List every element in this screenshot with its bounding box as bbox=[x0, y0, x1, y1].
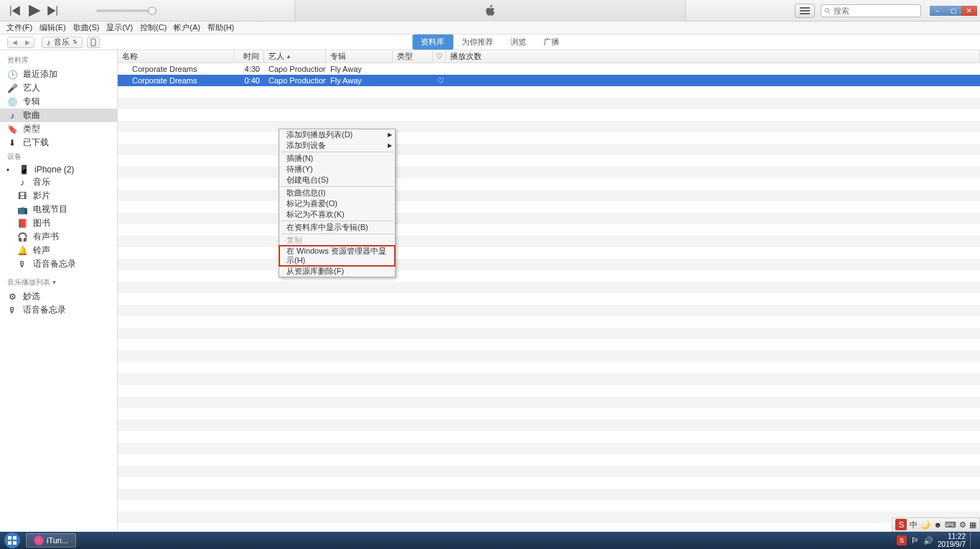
sidebar-item-label: 语音备忘录 bbox=[23, 304, 66, 316]
list-view-button[interactable] bbox=[795, 4, 815, 18]
bell-icon: 🔔 bbox=[17, 246, 27, 256]
clock-time: 11:22 bbox=[938, 532, 966, 540]
tray-clock[interactable]: 11:22 2019/9/7 bbox=[938, 532, 966, 548]
track-row bbox=[118, 351, 980, 362]
track-row bbox=[118, 512, 980, 523]
maximize-button[interactable]: ▢ bbox=[946, 6, 961, 16]
sidebar-item-movies[interactable]: 🎞影片 bbox=[0, 189, 117, 203]
context-menu-item[interactable]: 待播(Y) bbox=[279, 164, 395, 175]
sidebar-item-voice-memos2[interactable]: 🎙语音备忘录 bbox=[0, 303, 117, 317]
sidebar-item-ringtones[interactable]: 🔔铃声 bbox=[0, 244, 117, 257]
sidebar-item-music[interactable]: ♪音乐 bbox=[0, 175, 117, 189]
next-button[interactable] bbox=[46, 4, 59, 17]
menu-help[interactable]: 帮助(H) bbox=[204, 22, 238, 33]
context-menu-item[interactable]: 添加到设备▶ bbox=[279, 140, 395, 151]
sidebar-header-playlists[interactable]: 音乐播放列表 ▾ bbox=[0, 275, 117, 290]
menu-account[interactable]: 帐户(A) bbox=[170, 22, 204, 33]
track-row[interactable]: Corporate Dreams4:30Capo ProductionsFly … bbox=[118, 63, 980, 75]
column-heart[interactable]: ♡ bbox=[433, 50, 446, 63]
sidebar-item-recent[interactable]: 🕓最近添加 bbox=[0, 68, 117, 81]
start-button[interactable] bbox=[0, 532, 24, 549]
note-icon: ♪ bbox=[47, 38, 51, 47]
menu-control[interactable]: 控制(C) bbox=[136, 22, 170, 33]
sidebar-item-iphone[interactable]: ▾📱iPhone (2) bbox=[0, 164, 117, 175]
nav-forward-button[interactable]: ▶ bbox=[21, 37, 34, 47]
tray-speaker-icon[interactable]: 🔊 bbox=[923, 536, 933, 545]
menu-edit[interactable]: 编辑(E) bbox=[36, 22, 70, 33]
sidebar-item-books[interactable]: 📕图书 bbox=[0, 216, 117, 230]
volume-slider[interactable] bbox=[96, 9, 154, 12]
tab-browse[interactable]: 浏览 bbox=[502, 34, 535, 50]
context-menu-item[interactable]: 创建电台(S) bbox=[279, 175, 395, 185]
sidebar-item-label: iPhone (2) bbox=[34, 165, 74, 175]
column-name[interactable]: 名称 bbox=[118, 50, 234, 63]
track-row bbox=[118, 443, 980, 454]
taskbar-app-itunes[interactable]: iTun... bbox=[26, 533, 76, 548]
context-menu-separator bbox=[281, 221, 393, 221]
track-row bbox=[118, 420, 980, 431]
context-menu-item[interactable]: 插播(N) bbox=[279, 153, 395, 164]
track-row[interactable]: Corporate Dreams0:40Capo ProductionsFly … bbox=[118, 75, 980, 86]
sidebar-item-tv[interactable]: 📺电视节目 bbox=[0, 203, 117, 216]
menu-file[interactable]: 文件(F) bbox=[3, 22, 36, 33]
tab-for-you[interactable]: 为你推荐 bbox=[453, 34, 502, 50]
context-menu-item[interactable]: 在资料库中显示专辑(B) bbox=[279, 222, 395, 233]
sidebar: 资料库 🕓最近添加 🎤艺人 💿专辑 ♪歌曲 🔖类型 ⬇已下载 设备 ▾📱iPho… bbox=[0, 50, 118, 532]
nav-back-button[interactable]: ◀ bbox=[8, 37, 21, 47]
track-album: Fly Away bbox=[326, 65, 393, 73]
context-menu-item[interactable]: 在 Windows 资源管理器中显示(H) bbox=[279, 246, 395, 266]
sidebar-item-label: 语音备忘录 bbox=[33, 258, 76, 270]
system-tray: S 🏳 🔊 11:22 2019/9/7 bbox=[897, 532, 980, 548]
sidebar-item-audiobooks[interactable]: 🎧有声书 bbox=[0, 230, 117, 244]
play-button[interactable] bbox=[26, 3, 42, 19]
sidebar-item-albums[interactable]: 💿专辑 bbox=[0, 95, 117, 109]
ime-menu-icon[interactable]: ▦ bbox=[969, 520, 976, 530]
tray-ime-icon[interactable]: S bbox=[897, 535, 907, 545]
minimize-button[interactable]: – bbox=[930, 6, 946, 16]
ime-gear-icon[interactable]: ⚙ bbox=[959, 520, 966, 530]
ime-bar[interactable]: S 中 🌙 ☻ ⌨ ⚙ ▦ bbox=[892, 517, 980, 532]
context-menu-item[interactable]: 歌曲信息(I) bbox=[279, 188, 395, 198]
sidebar-item-downloaded[interactable]: ⬇已下载 bbox=[0, 136, 117, 149]
media-type-select[interactable]: ♪ 音乐 ⇅ bbox=[42, 37, 83, 48]
context-menu-item[interactable]: 标记为不喜欢(K) bbox=[279, 209, 395, 220]
sidebar-item-genres[interactable]: 🔖类型 bbox=[0, 122, 117, 136]
sidebar-item-genius[interactable]: ⚙妙选 bbox=[0, 290, 117, 303]
track-artist: Capo Productions bbox=[264, 76, 326, 85]
ime-logo-icon[interactable]: S bbox=[895, 519, 907, 530]
column-album[interactable]: 专辑 bbox=[326, 50, 393, 63]
track-row bbox=[118, 500, 980, 512]
ime-keyboard-icon[interactable]: ⌨ bbox=[945, 520, 956, 530]
context-menu-item[interactable]: 标记为喜爱(O) bbox=[279, 198, 395, 209]
sidebar-item-songs[interactable]: ♪歌曲 bbox=[0, 109, 117, 122]
menu-view[interactable]: 显示(V) bbox=[103, 22, 136, 33]
ime-mode-label[interactable]: 中 bbox=[910, 520, 918, 530]
sidebar-item-artists[interactable]: 🎤艺人 bbox=[0, 81, 117, 95]
phone-icon: 📱 bbox=[19, 165, 29, 175]
ime-smile-icon[interactable]: ☻ bbox=[933, 520, 942, 529]
device-button[interactable] bbox=[87, 37, 100, 48]
column-time[interactable]: 时间 bbox=[234, 50, 264, 63]
show-desktop-button[interactable] bbox=[970, 532, 976, 548]
search-box[interactable] bbox=[821, 4, 921, 17]
column-genre[interactable]: 类型 bbox=[393, 50, 433, 63]
sidebar-item-label: 音乐 bbox=[33, 176, 50, 188]
volume-thumb[interactable] bbox=[148, 6, 157, 15]
mic-icon: 🎤 bbox=[7, 83, 17, 93]
previous-button[interactable] bbox=[9, 4, 22, 17]
tab-radio[interactable]: 广播 bbox=[535, 34, 568, 50]
track-heart[interactable]: ♡ bbox=[433, 76, 446, 86]
search-input[interactable] bbox=[834, 6, 918, 15]
menu-song[interactable]: 歌曲(S) bbox=[70, 22, 103, 33]
tray-flag-icon[interactable]: 🏳 bbox=[911, 536, 919, 545]
close-button[interactable]: ✕ bbox=[961, 6, 977, 16]
context-menu-item[interactable]: 从资源库删除(F) bbox=[279, 266, 395, 277]
ime-moon-icon[interactable]: 🌙 bbox=[920, 520, 930, 530]
clock-date: 2019/9/7 bbox=[938, 540, 966, 548]
sidebar-item-voice-memos[interactable]: 🎙语音备忘录 bbox=[0, 257, 117, 271]
column-plays[interactable]: 播放次数 bbox=[446, 50, 980, 63]
column-artist[interactable]: 艺人▲ bbox=[264, 50, 326, 63]
svg-rect-2 bbox=[800, 13, 810, 14]
context-menu-item[interactable]: 添加到播放列表(D)▶ bbox=[279, 129, 395, 140]
tab-library[interactable]: 资料库 bbox=[412, 34, 453, 50]
